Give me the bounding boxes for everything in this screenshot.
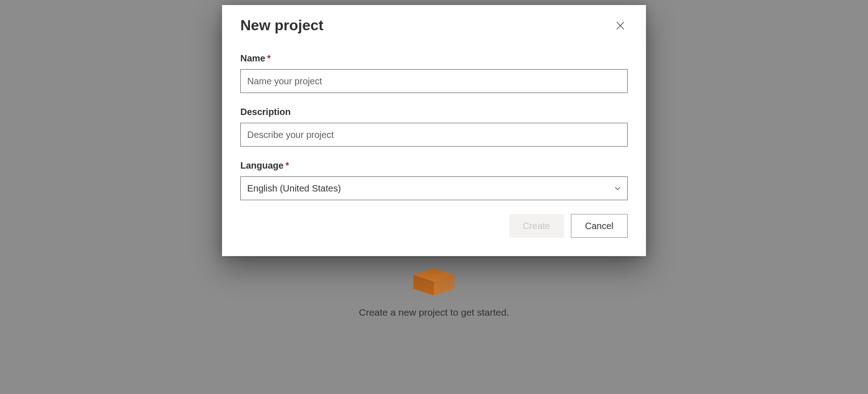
required-asterisk: * bbox=[285, 160, 289, 170]
name-label-text: Name bbox=[240, 53, 265, 63]
language-label-text: Language bbox=[240, 160, 283, 170]
close-button[interactable] bbox=[613, 18, 628, 33]
button-row: Create Cancel bbox=[240, 214, 628, 238]
chevron-down-icon bbox=[614, 185, 621, 192]
close-icon bbox=[616, 22, 624, 30]
modal-header: New project bbox=[240, 17, 628, 34]
language-select-value: English (United States) bbox=[247, 183, 341, 194]
language-field-group: Language* English (United States) bbox=[240, 160, 628, 200]
description-label: Description bbox=[240, 107, 628, 117]
description-input[interactable] bbox=[240, 123, 628, 147]
required-asterisk: * bbox=[267, 53, 271, 63]
language-label: Language* bbox=[240, 160, 628, 171]
background-caption: Create a new project to get started. bbox=[359, 307, 509, 318]
box-icon bbox=[413, 268, 455, 296]
description-field-group: Description bbox=[240, 107, 628, 147]
name-input[interactable] bbox=[240, 69, 628, 93]
create-button[interactable]: Create bbox=[509, 214, 564, 238]
language-select[interactable]: English (United States) bbox=[240, 176, 628, 200]
name-label: Name* bbox=[240, 53, 628, 64]
new-project-modal: New project Name* Description Language* … bbox=[222, 5, 646, 256]
cancel-button[interactable]: Cancel bbox=[571, 214, 628, 238]
name-field-group: Name* bbox=[240, 53, 628, 93]
modal-title: New project bbox=[240, 17, 323, 34]
